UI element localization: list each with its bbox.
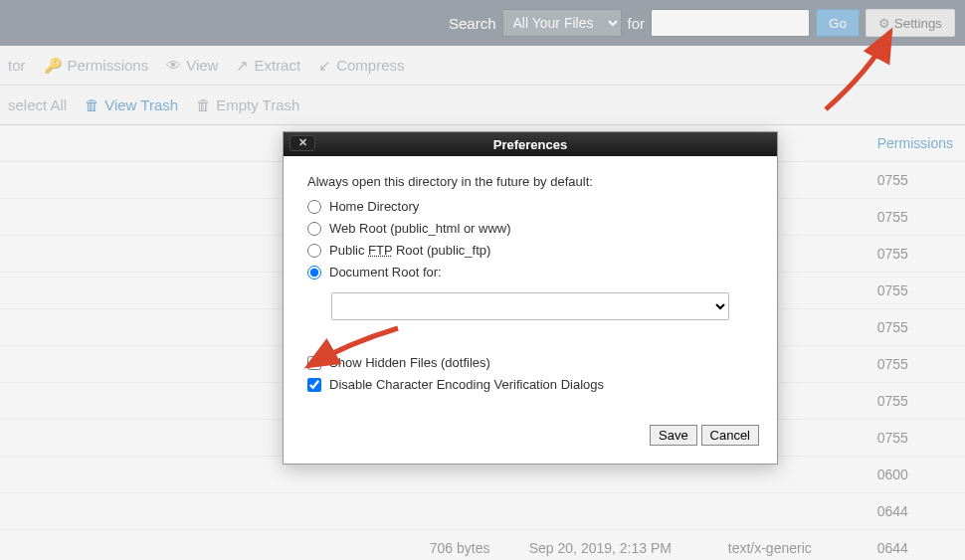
go-button[interactable]: Go <box>816 9 860 37</box>
cell-size: 706 bytes <box>418 530 517 561</box>
trash-icon: 🗑 <box>85 96 99 113</box>
checkbox-disable-encoding-input[interactable] <box>307 378 321 392</box>
view-button[interactable]: 👁 View <box>166 57 218 74</box>
modal-footer: Save Cancel <box>284 415 777 464</box>
radio-docroot-label: Document Root for: <box>329 265 442 280</box>
cell-modified: Sep 20, 2019, 2:13 PM <box>517 530 716 561</box>
eye-icon: 👁 <box>166 57 181 74</box>
save-button[interactable]: Save <box>650 425 697 446</box>
search-scope-select[interactable]: All Your Files <box>502 9 622 37</box>
empty-trash-button[interactable]: 🗑 Empty Trash <box>196 96 299 113</box>
cell-perm: 0755 <box>866 309 965 346</box>
checkbox-show-hidden-input[interactable] <box>307 356 321 370</box>
cell-perm: 0600 <box>866 457 965 493</box>
radio-web-root[interactable]: Web Root (public_html or www) <box>307 221 753 236</box>
radio-home-input[interactable] <box>307 200 321 214</box>
cell-perm: 0644 <box>866 493 965 530</box>
cell-perm: 0755 <box>866 162 965 199</box>
checkbox-disable-encoding-label: Disable Character Encoding Verification … <box>329 377 604 392</box>
settings-label: Settings <box>894 16 942 31</box>
toolbar-file-actions: tor 🔑 Permissions 👁 View ↗ Extract ↙ Com… <box>0 46 965 86</box>
radio-ftp-input[interactable] <box>307 244 321 258</box>
checkbox-disable-encoding[interactable]: Disable Character Encoding Verification … <box>307 377 753 392</box>
trash-icon: 🗑 <box>196 96 211 113</box>
top-search-bar: Search All Your Files for Go Settings <box>0 0 965 46</box>
radio-ftp-label: Public FTP Root (public_ftp) <box>329 243 490 258</box>
close-icon[interactable]: ✕ <box>290 135 315 151</box>
modal-body: Always open this directory in the future… <box>284 156 777 415</box>
cell-perm: 0755 <box>866 273 965 309</box>
radio-ftp-root[interactable]: Public FTP Root (public_ftp) <box>307 243 753 258</box>
cell-name <box>0 530 418 561</box>
modal-heading: Always open this directory in the future… <box>307 174 753 189</box>
cell-perm: 0755 <box>866 420 965 457</box>
radio-docroot-input[interactable] <box>307 266 321 280</box>
modal-title: Preferences <box>493 137 567 152</box>
cell-perm: 0755 <box>866 346 965 383</box>
checkbox-show-hidden-label: Show Hidden Files (dotfiles) <box>329 355 490 370</box>
doc-root-select[interactable] <box>331 292 729 320</box>
search-label: Search <box>449 15 496 32</box>
cell-modified <box>517 493 716 530</box>
cell-size <box>418 493 517 530</box>
extract-icon: ↗ <box>236 57 249 75</box>
radio-home-directory[interactable]: Home Directory <box>307 199 753 214</box>
table-row[interactable]: 0644 <box>0 493 965 530</box>
table-row[interactable]: 706 bytesSep 20, 2019, 2:13 PMtext/x-gen… <box>0 530 965 561</box>
key-icon: 🔑 <box>44 57 63 75</box>
radio-webroot-label: Web Root (public_html or www) <box>329 221 511 236</box>
checkbox-show-hidden[interactable]: Show Hidden Files (dotfiles) <box>307 355 753 370</box>
view-trash-button[interactable]: 🗑 View Trash <box>85 96 178 113</box>
cell-perm: 0644 <box>866 530 965 561</box>
for-label: for <box>628 15 646 32</box>
cell-type: text/x-generic <box>716 530 866 561</box>
toolbar-selection: select All 🗑 View Trash 🗑 Empty Trash <box>0 86 965 125</box>
editor-button[interactable]: tor <box>8 57 26 74</box>
compress-icon: ↙ <box>318 57 331 75</box>
radio-home-label: Home Directory <box>329 199 419 214</box>
permissions-button[interactable]: 🔑 Permissions <box>44 57 149 75</box>
unselect-all-button[interactable]: select All <box>8 96 67 113</box>
extract-button[interactable]: ↗ Extract <box>236 57 300 75</box>
settings-button[interactable]: Settings <box>866 9 955 37</box>
cell-perm: 0755 <box>866 383 965 420</box>
compress-button[interactable]: ↙ Compress <box>318 57 404 75</box>
cancel-button[interactable]: Cancel <box>701 425 759 446</box>
search-input[interactable] <box>651 9 810 37</box>
cell-perm: 0755 <box>866 199 965 236</box>
cell-type <box>716 493 866 530</box>
gear-icon <box>878 16 890 31</box>
preferences-modal: ✕ Preferences Always open this directory… <box>283 131 778 465</box>
col-permissions[interactable]: Permissions <box>866 125 965 162</box>
radio-doc-root[interactable]: Document Root for: <box>307 265 753 280</box>
radio-webroot-input[interactable] <box>307 222 321 236</box>
cell-name <box>0 493 418 530</box>
cell-perm: 0755 <box>866 236 965 273</box>
modal-header: ✕ Preferences <box>284 132 777 156</box>
